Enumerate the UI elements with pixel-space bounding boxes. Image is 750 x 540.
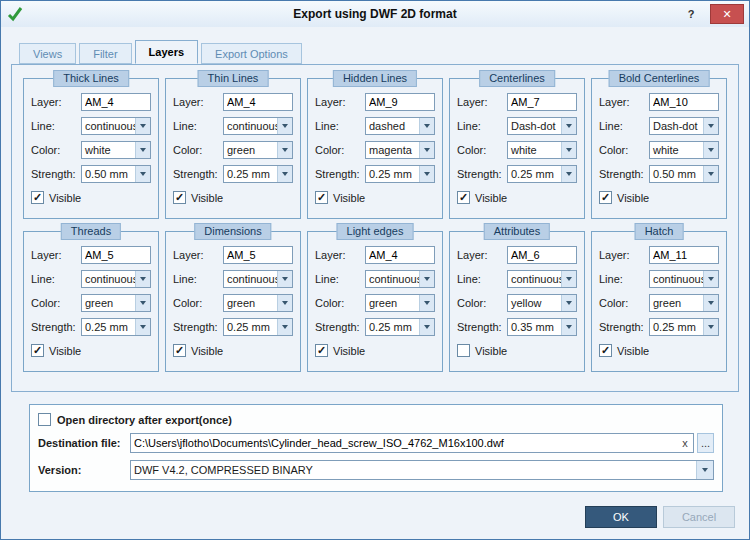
strength-select[interactable]: 0.50 mm	[81, 165, 151, 183]
color-select[interactable]: green	[81, 294, 151, 312]
color-select[interactable]: white	[649, 141, 719, 159]
visible-checkbox[interactable]	[31, 191, 44, 204]
color-label: Color:	[457, 297, 507, 309]
strength-select[interactable]: 0.25 mm	[365, 165, 435, 183]
line-select[interactable]: continuous	[365, 270, 435, 288]
line-select[interactable]: continuous	[81, 117, 151, 135]
chevron-down-icon[interactable]	[135, 271, 150, 287]
tab-layers[interactable]: Layers	[135, 40, 198, 64]
tab-export-options[interactable]: Export Options	[201, 43, 302, 64]
browse-button[interactable]: ...	[697, 433, 714, 453]
strength-select[interactable]: 0.25 mm	[365, 318, 435, 336]
chevron-down-icon[interactable]	[703, 319, 718, 335]
line-select[interactable]: continuous	[507, 270, 577, 288]
tab-views[interactable]: Views	[19, 43, 76, 64]
strength-select[interactable]: 0.35 mm	[507, 318, 577, 336]
chevron-down-icon[interactable]	[277, 166, 292, 182]
chevron-down-icon[interactable]	[696, 461, 713, 479]
help-button[interactable]: ?	[679, 4, 703, 24]
visible-checkbox[interactable]	[173, 344, 186, 357]
visible-checkbox[interactable]	[315, 191, 328, 204]
chevron-down-icon[interactable]	[703, 271, 718, 287]
chevron-down-icon[interactable]	[703, 166, 718, 182]
strength-select[interactable]: 0.50 mm	[649, 165, 719, 183]
line-select[interactable]: dashed	[365, 117, 435, 135]
version-select[interactable]: DWF V4.2, COMPRESSED BINARY	[130, 460, 714, 480]
cancel-button[interactable]: Cancel	[663, 506, 735, 528]
line-select[interactable]: Dash-dot	[649, 117, 719, 135]
chevron-down-icon[interactable]	[277, 142, 292, 158]
ok-button[interactable]: OK	[585, 506, 657, 528]
strength-select[interactable]: 0.25 mm	[507, 165, 577, 183]
layer-input[interactable]	[507, 246, 577, 264]
layer-input[interactable]	[365, 246, 435, 264]
visible-checkbox[interactable]	[173, 191, 186, 204]
line-select[interactable]: Dash-dot	[507, 117, 577, 135]
layer-input[interactable]	[223, 246, 293, 264]
chevron-down-icon[interactable]	[561, 166, 576, 182]
chevron-down-icon[interactable]	[419, 295, 434, 311]
color-label: Color:	[173, 297, 223, 309]
color-select[interactable]: white	[507, 141, 577, 159]
line-select[interactable]: continuous	[223, 270, 293, 288]
chevron-down-icon[interactable]	[135, 319, 150, 335]
layer-input[interactable]	[507, 93, 577, 111]
chevron-down-icon[interactable]	[419, 142, 434, 158]
line-label: Line:	[31, 273, 81, 285]
chevron-down-icon[interactable]	[561, 319, 576, 335]
color-select[interactable]: green	[649, 294, 719, 312]
open-directory-checkbox[interactable]	[38, 413, 51, 426]
layer-input[interactable]	[81, 93, 151, 111]
layer-input[interactable]	[81, 246, 151, 264]
color-select[interactable]: green	[223, 294, 293, 312]
layer-input[interactable]	[365, 93, 435, 111]
chevron-down-icon[interactable]	[277, 295, 292, 311]
color-select[interactable]: white	[81, 141, 151, 159]
line-label: Line:	[173, 120, 223, 132]
visible-checkbox[interactable]	[599, 191, 612, 204]
chevron-down-icon[interactable]	[419, 271, 434, 287]
line-select[interactable]: continuous	[223, 117, 293, 135]
layer-input[interactable]	[649, 246, 719, 264]
chevron-down-icon[interactable]	[135, 118, 150, 134]
chevron-down-icon[interactable]	[135, 142, 150, 158]
chevron-down-icon[interactable]	[703, 142, 718, 158]
line-select[interactable]: continuous	[649, 270, 719, 288]
visible-checkbox[interactable]	[599, 344, 612, 357]
chevron-down-icon[interactable]	[419, 118, 434, 134]
layer-input[interactable]	[649, 93, 719, 111]
strength-select[interactable]: 0.25 mm	[649, 318, 719, 336]
layer-input[interactable]	[223, 93, 293, 111]
chevron-down-icon[interactable]	[135, 295, 150, 311]
chevron-down-icon[interactable]	[561, 142, 576, 158]
layers-panel: Thick Lines Layer: Line: continuous Colo…	[11, 64, 739, 392]
chevron-down-icon[interactable]	[419, 319, 434, 335]
chevron-down-icon[interactable]	[277, 118, 292, 134]
strength-select[interactable]: 0.25 mm	[223, 165, 293, 183]
chevron-down-icon[interactable]	[277, 319, 292, 335]
visible-checkbox[interactable]	[457, 191, 470, 204]
color-select[interactable]: green	[365, 294, 435, 312]
chevron-down-icon[interactable]	[561, 271, 576, 287]
color-select[interactable]: yellow	[507, 294, 577, 312]
color-select[interactable]: green	[223, 141, 293, 159]
close-button[interactable]: ✕	[710, 4, 744, 24]
chevron-down-icon[interactable]	[419, 166, 434, 182]
clear-icon[interactable]: x	[677, 437, 693, 449]
strength-select[interactable]: 0.25 mm	[223, 318, 293, 336]
chevron-down-icon[interactable]	[135, 166, 150, 182]
destination-file-input[interactable]	[131, 434, 677, 452]
chevron-down-icon[interactable]	[277, 271, 292, 287]
strength-select[interactable]: 0.25 mm	[81, 318, 151, 336]
line-select[interactable]: continuous	[81, 270, 151, 288]
visible-checkbox[interactable]	[315, 344, 328, 357]
color-select[interactable]: magenta	[365, 141, 435, 159]
chevron-down-icon[interactable]	[703, 118, 718, 134]
chevron-down-icon[interactable]	[561, 118, 576, 134]
tab-filter[interactable]: Filter	[79, 43, 131, 64]
chevron-down-icon[interactable]	[561, 295, 576, 311]
visible-checkbox[interactable]	[31, 344, 44, 357]
visible-checkbox[interactable]	[457, 344, 470, 357]
layer-label: Layer:	[457, 249, 507, 261]
chevron-down-icon[interactable]	[703, 295, 718, 311]
